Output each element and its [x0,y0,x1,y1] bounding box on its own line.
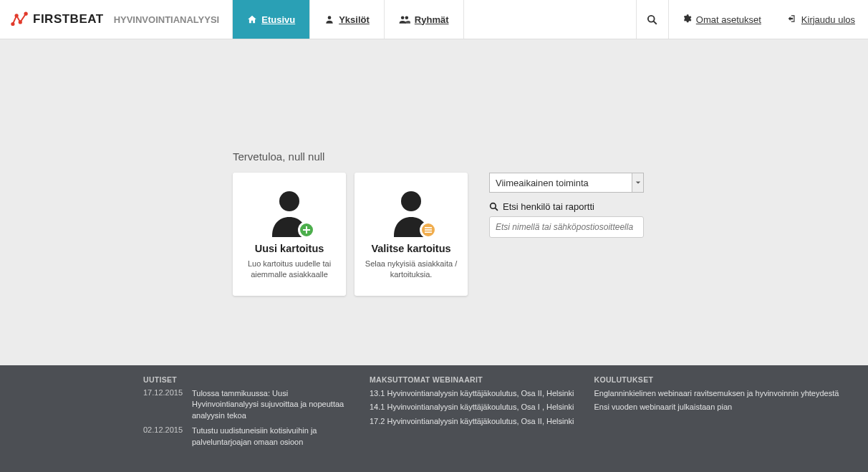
webinar-link[interactable]: 17.2 Hyvinvointianalyysin käyttäjäkoulut… [370,417,574,425]
svg-point-0 [11,22,14,26]
svg-point-6 [405,16,408,19]
svg-rect-15 [425,231,432,233]
news-item: 02.12.2015 Tutustu uudistuneisiin kotisi… [143,425,349,448]
card-select-assessment[interactable]: Valitse kartoitus Selaa nykyisiä asiakka… [355,173,468,296]
footer-webinars-heading: MAKSUTTOMAT WEBINAARIT [370,375,574,384]
nav-home[interactable]: Etusivu [233,0,310,39]
svg-line-8 [654,21,657,24]
svg-point-16 [491,203,496,209]
svg-point-1 [15,14,19,17]
svg-point-2 [19,20,22,24]
webinar-link[interactable]: 14.1 Hyvinvointianalyysin käyttäjäkoulut… [370,403,574,411]
nav-settings[interactable]: Omat asetukset [669,0,774,39]
svg-rect-14 [425,229,432,231]
footer: UUTISET 17.12.2015 Tulossa tammikuussa: … [0,365,868,472]
news-link[interactable]: Tutustu uudistuneisiin kotisivuihin ja p… [192,425,349,448]
nav-individuals[interactable]: Yksilöt [310,0,385,39]
gear-icon [682,14,692,26]
nav-logout[interactable]: Kirjaudu ulos [774,0,868,39]
plus-badge-icon [298,221,315,239]
nav-groups-label[interactable]: Ryhmät [415,14,449,25]
nav-individuals-label[interactable]: Yksilöt [339,14,370,25]
news-item: 17.12.2015 Tulossa tammikuussa: Uusi Hyv… [143,388,349,421]
svg-point-7 [648,15,655,21]
firstbeat-logo-icon [10,10,29,29]
recent-activity-value: Viimeaikainen toiminta [496,178,589,188]
webinar-link[interactable]: 13.1 Hyvinvointianalyysin käyttäjäkoulut… [370,389,574,398]
svg-rect-11 [303,229,310,231]
nav-groups[interactable]: Ryhmät [385,0,464,39]
side-panel: Viimeaikainen toiminta Etsi henkilö tai … [489,173,644,238]
svg-point-12 [401,191,421,211]
nav-home-label[interactable]: Etusivu [261,14,295,25]
svg-point-9 [279,191,299,211]
footer-news: UUTISET 17.12.2015 Tulossa tammikuussa: … [143,375,349,452]
card-select-title: Valitse kartoitus [371,243,450,254]
brand-name: FIRSTBEAT [33,12,104,27]
nav-settings-label[interactable]: Omat asetukset [696,14,761,25]
footer-webinars: MAKSUTTOMAT WEBINAARIT 13.1 Hyvinvointia… [370,375,574,452]
svg-rect-13 [425,227,432,228]
top-navbar: FIRSTBEAT HYVINVOINTIANALYYSI Etusivu Yk… [0,0,868,39]
search-label: Etsi henkilö tai raportti [489,201,644,212]
logout-icon [787,14,797,26]
training-link[interactable]: Ensi vuoden webinaarit julkaistaan pian [594,403,733,411]
recent-activity-select[interactable]: Viimeaikainen toiminta [489,173,644,193]
search-icon [647,14,657,25]
card-new-subtitle: Luo kartoitus uudelle tai aiemmalle asia… [241,259,337,281]
main-content: Tervetuloa, null null Uusi kartoitus Luo… [0,39,868,296]
person-list-icon [390,187,433,237]
svg-point-3 [24,12,28,16]
card-new-title: Uusi kartoitus [255,243,324,254]
search-icon [489,202,498,211]
news-date: 17.12.2015 [143,388,192,421]
list-badge-icon [420,221,437,239]
news-link[interactable]: Tulossa tammikuussa: Uusi Hyvinvointiana… [192,388,349,421]
home-icon [247,14,257,24]
user-icon [324,14,334,24]
brand-logo: FIRSTBEAT [0,0,114,39]
footer-trainings-heading: KOULUTUKSET [594,375,839,384]
users-icon [399,14,410,24]
brand-subtitle: HYVINVOINTIANALYYSI [114,0,233,39]
person-add-icon [268,187,311,237]
svg-point-4 [328,16,332,19]
news-date: 02.12.2015 [143,425,192,448]
footer-trainings: KOULUTUKSET Englanninkielinen webinaari … [594,375,839,452]
svg-line-17 [495,208,498,211]
welcome-text: Tervetuloa, null null [233,150,868,163]
card-new-assessment[interactable]: Uusi kartoitus Luo kartoitus uudelle tai… [233,173,346,296]
nav-logout-label[interactable]: Kirjaudu ulos [801,14,855,25]
chevron-down-icon [632,173,643,192]
svg-point-5 [401,16,405,19]
search-input[interactable] [489,216,644,238]
nav-search-button[interactable] [636,0,669,39]
card-select-subtitle: Selaa nykyisiä asiakkaita / kartoituksia… [363,259,459,281]
training-link[interactable]: Englanninkielinen webinaari ravitsemukse… [594,389,839,398]
footer-news-heading: UUTISET [143,375,349,384]
